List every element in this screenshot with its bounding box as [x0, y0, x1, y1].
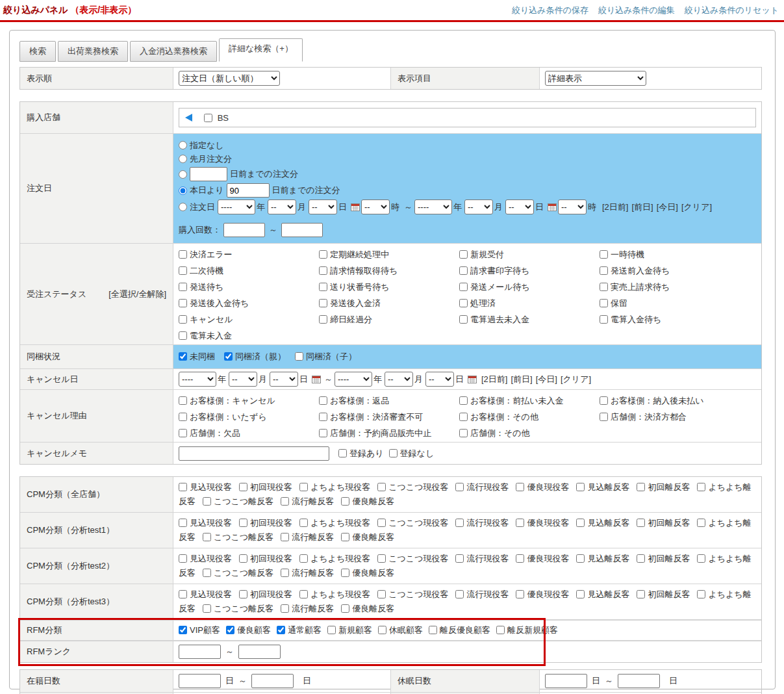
radio-from-today[interactable] [179, 186, 187, 195]
status-option[interactable]: 発送前入金待ち [600, 265, 740, 277]
display-order-select[interactable]: 注文日（新しい順） [179, 71, 280, 86]
reason-option[interactable]: 店舗側：その他 [459, 428, 600, 439]
tab-search[interactable]: 検索 [19, 41, 56, 62]
quick-link[interactable]: [今日] [536, 374, 557, 384]
cpm-option[interactable]: こつこつ現役客 [377, 518, 448, 528]
order-from-hour-select[interactable]: -- [361, 199, 390, 214]
cpm-option[interactable]: こつこつ現役客 [377, 482, 448, 492]
purchase-count-from-input[interactable] [223, 223, 265, 237]
enrolled-days-to-input[interactable] [251, 674, 294, 688]
bundle-option[interactable]: 同梱済（親） [224, 351, 286, 363]
quick-link[interactable]: [クリア] [681, 202, 712, 212]
shop-checkbox[interactable] [204, 114, 212, 122]
quick-link[interactable]: [クリア] [561, 374, 591, 384]
cancel-memo-input[interactable] [179, 446, 329, 461]
cpm-option[interactable]: 見込現役客 [179, 482, 232, 492]
cpm-option[interactable]: こつこつ現役客 [377, 589, 448, 599]
cpm-option[interactable]: 初回離反客 [637, 518, 690, 528]
cpm-option[interactable]: 見込離反客 [576, 482, 629, 492]
cpm-option[interactable]: 優良現役客 [516, 518, 569, 528]
cpm-option[interactable]: 見込離反客 [576, 589, 629, 599]
show-hide-toggle[interactable]: （表示/非表示） [70, 5, 136, 15]
status-option[interactable]: 一時待機 [600, 249, 740, 261]
cpm-option[interactable]: 流行現役客 [455, 554, 509, 563]
cpm-option[interactable]: こつこつ現役客 [377, 554, 448, 563]
quick-link[interactable]: [2日前] [602, 202, 628, 212]
condition-link[interactable]: 絞り込み条件の編集 [598, 5, 675, 16]
order-from-year-select[interactable]: ---- [218, 199, 255, 214]
status-option[interactable]: 処理済 [459, 298, 600, 309]
cpm-option[interactable]: こつこつ離反客 [203, 568, 273, 578]
status-option[interactable]: 請求情報取得待ち [319, 265, 459, 277]
cpm-option[interactable]: 優良現役客 [516, 482, 569, 492]
order-to-hour-select[interactable]: -- [558, 199, 587, 214]
cpm-option[interactable]: よちよち現役客 [299, 518, 370, 528]
cpm-option[interactable]: 流行現役客 [455, 518, 509, 528]
condition-link[interactable]: 絞り込み条件のリセット [685, 5, 779, 16]
condition-link[interactable]: 絞り込み条件の保存 [512, 5, 588, 16]
radio-no-spec[interactable] [179, 141, 187, 149]
status-option[interactable]: 二次待機 [179, 265, 319, 277]
rfm-option[interactable]: 通常顧客 [277, 624, 322, 636]
cpm-option[interactable]: 流行現役客 [455, 589, 509, 599]
cancel-from-month-select[interactable]: -- [229, 372, 257, 387]
calendar-icon[interactable] [548, 203, 557, 211]
cpm-option[interactable]: 優良離反客 [341, 532, 394, 542]
status-option[interactable]: 電算入金待ち [600, 314, 740, 326]
cpm-option[interactable]: 流行離反客 [281, 604, 334, 613]
rfm-rank-from-input[interactable] [179, 645, 221, 659]
bundle-option[interactable]: 同梱済（子） [295, 351, 357, 363]
status-option[interactable]: 請求書印字待ち [459, 265, 600, 277]
cancel-from-day-select[interactable]: -- [270, 372, 298, 387]
cpm-option[interactable]: よちよち現役客 [299, 482, 370, 492]
status-option[interactable]: 送り状番号待ち [319, 281, 459, 293]
status-option[interactable]: 発送メール待ち [459, 281, 600, 293]
bundle-option[interactable]: 未同梱 [179, 351, 215, 363]
cpm-option[interactable]: 優良現役客 [516, 589, 569, 599]
cpm-option[interactable]: 見込離反客 [576, 518, 629, 528]
cpm-option[interactable]: よちよち現役客 [299, 554, 370, 563]
cpm-option[interactable]: 流行現役客 [455, 482, 509, 492]
dormant-days-to-input[interactable] [618, 674, 660, 688]
cpm-option[interactable]: 優良離反客 [341, 604, 394, 613]
cpm-option[interactable]: 優良離反客 [341, 496, 394, 506]
from-today-days-input[interactable] [227, 183, 270, 198]
purchase-count-to-input[interactable] [281, 223, 323, 237]
cpm-option[interactable]: 初回離反客 [637, 589, 690, 599]
order-to-day-select[interactable]: -- [505, 199, 534, 214]
rfm-rank-to-input[interactable] [238, 645, 281, 659]
collapse-triangle-icon[interactable] [185, 114, 192, 122]
select-all-link[interactable]: [全選択/全解除] [108, 289, 166, 300]
reason-option[interactable]: お客様側：決済審査不可 [319, 411, 459, 423]
cpm-option[interactable]: 流行離反客 [281, 532, 334, 542]
reason-option[interactable]: お客様側：その他 [459, 411, 600, 423]
calendar-icon[interactable] [351, 203, 360, 211]
rfm-option[interactable]: 優良顧客 [226, 624, 271, 636]
cpm-option[interactable]: 初回現役客 [239, 554, 292, 563]
status-option[interactable]: 電算過去未入金 [459, 314, 600, 326]
cpm-option[interactable]: 初回現役客 [239, 482, 292, 492]
status-option[interactable]: 発送待ち [179, 281, 319, 293]
order-from-month-select[interactable]: -- [268, 199, 296, 214]
cpm-option[interactable]: 優良現役客 [516, 554, 569, 563]
status-option[interactable]: 新規受付 [459, 249, 600, 261]
cpm-option[interactable]: 初回現役客 [239, 589, 292, 599]
memo-unregistered-option[interactable]: 登録なし [389, 448, 435, 459]
reason-option[interactable]: お客様側：前払い未入金 [459, 395, 600, 407]
tab-detailed-search[interactable]: 詳細な検索（+） [219, 38, 303, 62]
cancel-to-year-select[interactable]: ---- [335, 372, 372, 387]
reason-option[interactable]: 店舗側：欠品 [179, 428, 319, 439]
rfm-option[interactable]: VIP顧客 [179, 624, 220, 636]
status-option[interactable]: キャンセル [179, 314, 319, 326]
rfm-option[interactable]: 新規顧客 [327, 624, 372, 636]
status-option[interactable]: 定期継続処理中 [319, 249, 459, 261]
reason-option[interactable]: お客様側：キャンセル [179, 395, 319, 407]
status-option[interactable]: 発送後入金待ち [179, 298, 319, 309]
shop-option[interactable]: BS [204, 113, 229, 123]
order-to-month-select[interactable]: -- [464, 199, 493, 214]
memo-registered-option[interactable]: 登録あり [338, 448, 384, 459]
cpm-option[interactable]: 優良離反客 [341, 568, 394, 578]
cpm-option[interactable]: 見込現役客 [179, 518, 232, 528]
days-ago-input[interactable] [190, 167, 227, 181]
rfm-option[interactable]: 休眠顧客 [378, 624, 423, 636]
